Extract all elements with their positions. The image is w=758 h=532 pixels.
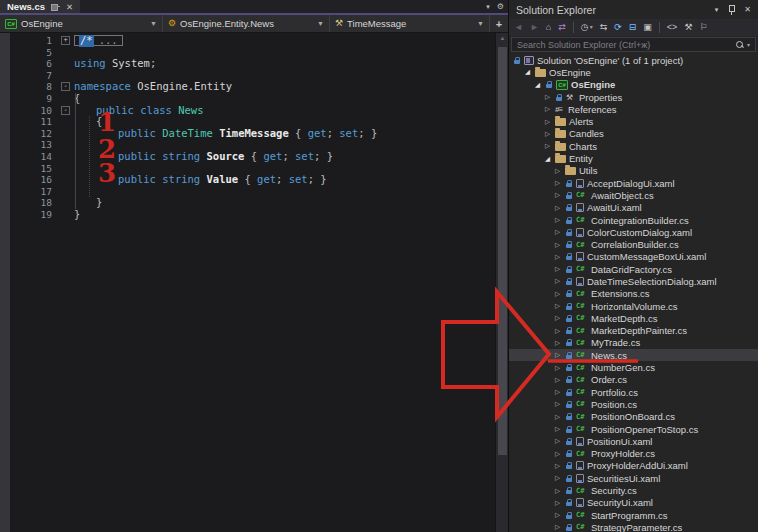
tree-item-solution-osengine-1-of-1-project-[interactable]: Solution 'OsEngine' (1 of 1 project) [509,54,758,66]
fold-marker[interactable]: + [61,36,70,45]
expand-arrow-icon[interactable]: ▷ [543,93,552,101]
expand-arrow-icon[interactable]: ▷ [553,191,562,199]
tree-item-osengine[interactable]: ◢OsEngine [509,66,758,78]
tree-item-mytrade-cs[interactable]: ▷C#MyTrade.cs [509,337,758,349]
scrollbar-thumb[interactable] [498,47,507,455]
tree-item-numbergen-cs[interactable]: ▷C#NumberGen.cs [509,361,758,373]
expand-arrow-icon[interactable]: ▷ [553,290,562,298]
tab-news-cs[interactable]: News.cs ✕ [0,0,80,13]
expand-arrow-icon[interactable]: ▷ [553,216,562,224]
expand-arrow-icon[interactable]: ▷ [543,142,552,150]
tree-item-alerts[interactable]: ▷Alerts [509,115,758,127]
type-dropdown[interactable]: ⚙ OsEngine.Entity.News ▼ [163,15,330,32]
navigate-forward-button[interactable]: ► [530,23,539,32]
tree-item-horizontalvolume-cs[interactable]: ▷C#HorizontalVolume.cs [509,300,758,312]
tree-item-acceptdialogui-xaml[interactable]: ▷AcceptDialogUi.xaml [509,177,758,189]
expand-arrow-icon[interactable]: ▷ [553,351,562,359]
pin-tab-icon[interactable] [51,2,60,11]
code-editor[interactable]: 1+/*...56using System;78-namespace OsEng… [0,33,508,532]
expand-arrow-icon[interactable]: ▷ [553,327,562,335]
editor-scrollbar[interactable]: ▲ [495,33,508,532]
expand-arrow-icon[interactable]: ▷ [553,204,562,212]
tree-item-proxyholderaddui-xaml[interactable]: ▷ProxyHolderAddUi.xaml [509,460,758,472]
member-dropdown[interactable]: ⚒ TimeMessage ▼ [330,15,490,32]
tree-item-startprogramm-cs[interactable]: ▷C#StartProgramm.cs [509,509,758,521]
expand-arrow-icon[interactable]: ▷ [553,437,562,445]
expand-arrow-icon[interactable]: ▷ [553,302,562,310]
tab-list-dropdown-icon[interactable]: ▾ [486,3,490,11]
sync-with-active-document-button[interactable]: ⇄ [558,23,566,32]
expand-arrow-icon[interactable]: ▷ [553,179,562,187]
tree-item-securityui-xaml[interactable]: ▷SecurityUi.xaml [509,497,758,509]
tree-item-references[interactable]: ▷#≡References [509,103,758,115]
tree-item-strategyparameter-cs[interactable]: ▷C#StrategyParameter.cs [509,521,758,532]
scrollbar-up-arrow[interactable]: ▲ [496,35,509,41]
expand-arrow-icon[interactable]: ▷ [553,253,562,261]
window-position-dropdown-icon[interactable]: ▾ [715,6,719,14]
tree-item-awaitobject-cs[interactable]: ▷C#AwaitObject.cs [509,189,758,201]
tree-item-security-cs[interactable]: ▷C#Security.cs [509,484,758,496]
expand-arrow-icon[interactable]: ▷ [553,241,562,249]
expand-arrow-icon[interactable]: ▷ [553,388,562,396]
tree-item-datetimeselectiondialog-xaml[interactable]: ▷DateTimeSelectionDialog.xaml [509,275,758,287]
expand-arrow-icon[interactable]: ▷ [553,314,562,322]
search-input[interactable]: Search Solution Explorer (Ctrl+ж) ▾ [511,37,756,52]
tree-item-colorcustomdialog-xaml[interactable]: ▷ColorCustomDialog.xaml [509,226,758,238]
tree-item-proxyholder-cs[interactable]: ▷C#ProxyHolder.cs [509,448,758,460]
expand-arrow-icon[interactable]: ▷ [543,130,552,138]
expand-arrow-icon[interactable]: ▷ [553,376,562,384]
collapse-arrow-icon[interactable]: ◢ [543,155,552,163]
expand-arrow-icon[interactable]: ▷ [553,413,562,421]
tree-item-securitiesui-xaml[interactable]: ▷SecuritiesUi.xaml [509,472,758,484]
auto-hide-pin-icon[interactable] [727,5,735,15]
switch-views-button[interactable]: ⇆ [600,23,608,32]
tree-item-order-cs[interactable]: ▷C#Order.cs [509,374,758,386]
close-panel-icon[interactable]: ✕ [744,5,751,14]
tree-item-marketdepth-cs[interactable]: ▷C#MarketDepth.cs [509,312,758,324]
expand-arrow-icon[interactable]: ▷ [553,487,562,495]
tree-item-news-cs[interactable]: ▷C#News.cs [509,349,758,361]
expand-arrow-icon[interactable]: ▷ [553,364,562,372]
refresh-button[interactable]: ⟳ [614,23,622,32]
expand-arrow-icon[interactable]: ▷ [553,462,562,470]
expand-arrow-icon[interactable]: ▷ [553,167,562,175]
expand-arrow-icon[interactable]: ▷ [553,277,562,285]
tree-item-candles[interactable]: ▷Candles [509,128,758,140]
collapse-arrow-icon[interactable]: ◢ [533,81,542,89]
project-dropdown[interactable]: C# OsEngine ▼ [0,15,163,32]
tree-item-properties[interactable]: ▷⚒Properties [509,91,758,103]
expand-arrow-icon[interactable]: ▷ [553,400,562,408]
expand-arrow-icon[interactable]: ▷ [553,339,562,347]
tree-item-marketdepthpainter-cs[interactable]: ▷C#MarketDepthPainter.cs [509,325,758,337]
tree-item-entity[interactable]: ◢Entity [509,152,758,164]
expand-arrow-icon[interactable]: ▷ [543,105,552,113]
split-editor-button[interactable]: + [490,15,508,32]
search-options-caret-icon[interactable]: ▾ [747,41,750,48]
tree-item-positionui-xaml[interactable]: ▷PositionUi.xaml [509,435,758,447]
expand-arrow-icon[interactable]: ▷ [553,425,562,433]
collapsed-region[interactable]: /*... [74,35,123,46]
collapse-arrow-icon[interactable]: ◢ [523,68,532,76]
tree-item-utils[interactable]: ▷Utils [509,165,758,177]
tree-item-datagridfactory-cs[interactable]: ▷C#DataGridFactory.cs [509,263,758,275]
expand-arrow-icon[interactable]: ▷ [553,511,562,519]
navigate-back-button[interactable]: ◄ [514,23,523,32]
properties-button[interactable]: ⚒ [684,23,692,32]
close-tab-icon[interactable]: ✕ [66,2,73,12]
pending-changes-filter-button[interactable]: ◷▾ [581,23,593,32]
fold-marker[interactable]: - [61,106,70,115]
fold-marker[interactable]: - [61,82,70,91]
show-all-files-button[interactable]: ▣ [643,23,652,32]
tree-item-extensions-cs[interactable]: ▷C#Extensions.cs [509,288,758,300]
search-icon[interactable] [736,41,744,49]
view-code-button[interactable]: <> [667,23,678,32]
tree-item-cointegrationbuilder-cs[interactable]: ▷C#CointegrationBuilder.cs [509,214,758,226]
tree-item-osengine[interactable]: ◢C#OsEngine [509,79,758,91]
expand-arrow-icon[interactable]: ▷ [553,265,562,273]
tree-item-correlationbuilder-cs[interactable]: ▷C#CorrelationBuilder.cs [509,238,758,250]
tree-item-portfolio-cs[interactable]: ▷C#Portfolio.cs [509,386,758,398]
tree-item-awaitui-xaml[interactable]: ▷AwaitUi.xaml [509,202,758,214]
expand-arrow-icon[interactable]: ▷ [553,474,562,482]
expand-arrow-icon[interactable]: ▷ [553,450,562,458]
tree-item-position-cs[interactable]: ▷C#Position.cs [509,398,758,410]
